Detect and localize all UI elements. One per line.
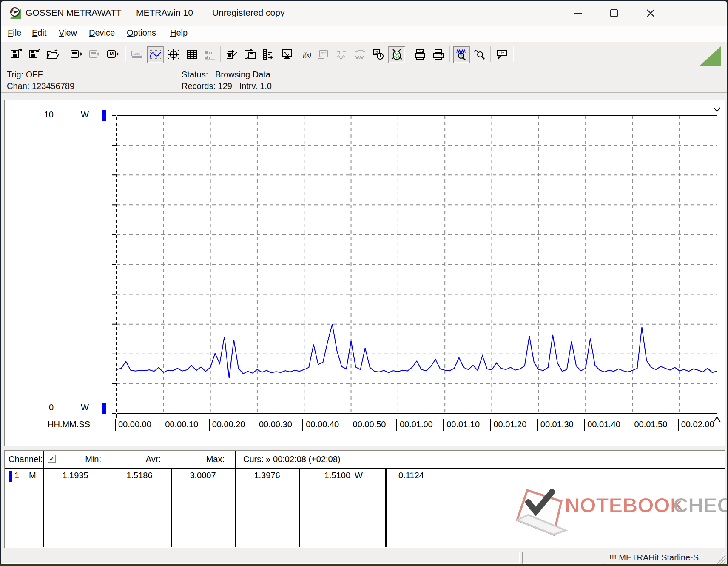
toolbar-separator [513, 46, 514, 62]
menu-device[interactable]: Device [89, 28, 115, 38]
y-min-marker[interactable] [102, 403, 106, 414]
desktop-edge [0, 564, 728, 566]
channel-info: Chan: 123456789 [7, 81, 74, 91]
menu-help[interactable]: Help [170, 28, 188, 38]
open-file-button[interactable] [44, 46, 61, 63]
toolbar-separator [65, 46, 65, 62]
x-tick-bar [631, 419, 631, 431]
table-column-divider [235, 451, 236, 547]
chart-panel[interactable]: 10 W 0 W HH:MM:SS 00:00:0000:00:1000:00:… [4, 100, 725, 446]
maximize-button[interactable] [601, 4, 627, 22]
meter-write-button [86, 46, 103, 63]
formula-button[interactable]: =f(x) [297, 46, 314, 63]
x-axis-labels: HH:MM:SS 00:00:0000:00:1000:00:2000:00:3… [5, 419, 725, 433]
menu-file[interactable]: File [8, 28, 21, 38]
x-tick-bar [350, 419, 350, 431]
device-save-icon [244, 49, 257, 60]
memory-read-button[interactable]: M [105, 46, 122, 63]
brand-title: GOSSEN METRAWATT [26, 8, 122, 18]
minimize-button[interactable] [566, 4, 591, 22]
debug-button[interactable] [388, 46, 405, 63]
channel-color-marker [9, 471, 12, 482]
resize-triangle-icon[interactable] [700, 46, 721, 66]
table-cursor-divider [385, 469, 387, 547]
status-segment-device: !!! METRAHit Starline-S [606, 552, 724, 564]
x-tick-bar [396, 419, 397, 431]
timer-clock-icon: 12 [372, 49, 385, 60]
monitor-icon [281, 49, 293, 60]
status-bar: !!! METRAHit Starline-S [1, 550, 727, 564]
channel-checkbox[interactable]: ✓ [48, 455, 56, 463]
transfer-button[interactable] [224, 46, 241, 63]
channel-list-button[interactable] [260, 46, 277, 63]
save-export-button[interactable] [8, 46, 25, 63]
svg-text:=f(x): =f(x) [299, 51, 311, 58]
bar-graph-icon [204, 49, 216, 60]
y-min-label: 0 [37, 403, 54, 412]
min-value: 1.1935 [48, 471, 103, 480]
monitor-button[interactable] [279, 46, 296, 63]
device-save-button[interactable] [242, 46, 259, 63]
x-tick-label: 00:00:00 [118, 420, 151, 429]
table-column-divider [108, 469, 108, 547]
maximize-icon [609, 8, 620, 19]
svg-text:12: 12 [374, 51, 378, 54]
toolbar-separator [125, 46, 126, 62]
title-bar: GOSSEN METRAWATT METRAwin 10 Unregistere… [1, 1, 727, 26]
zoom-wave-button[interactable] [453, 46, 470, 63]
menu-view[interactable]: View [59, 28, 77, 38]
toolbar-separator [220, 46, 221, 62]
menu-options[interactable]: Options [127, 28, 156, 38]
meter-read-button[interactable] [68, 46, 85, 63]
xy-view-button[interactable] [165, 46, 182, 63]
print-preview-button[interactable] [412, 46, 429, 63]
minimize-icon [573, 8, 584, 19]
close-button[interactable] [638, 4, 663, 22]
transfer-icon [226, 49, 239, 60]
x-tick-label: 00:00:10 [165, 420, 198, 429]
max-value: 3.0007 [175, 471, 230, 480]
zoom-curve-icon [473, 49, 486, 60]
note-button[interactable]: 1/2 [494, 46, 511, 63]
menu-edit[interactable]: Edit [32, 28, 46, 38]
resize-grip[interactable] [714, 553, 726, 564]
table-header-cursor: Curs: » 00:02:08 (+02:08) [243, 455, 340, 464]
y-max-label: 10 [37, 110, 54, 120]
x-tick-label: 00:00:50 [353, 420, 386, 429]
x-tick-label: 00:00:40 [306, 420, 339, 429]
status-segment [3, 552, 520, 564]
wave-sparse-button [333, 46, 350, 63]
x-tick-label: 00:01:10 [446, 420, 480, 429]
print-button[interactable] [430, 46, 447, 63]
save-import-button[interactable] [26, 46, 43, 63]
wave-sparse-icon [336, 49, 348, 60]
table-header-min: Min: [65, 455, 101, 464]
trend-chart-button[interactable] [147, 46, 164, 63]
status-segment [522, 552, 603, 564]
xy-crosshair-icon [167, 49, 180, 60]
x-tick-label: 00:01:00 [400, 420, 433, 429]
printer-icon [432, 49, 445, 60]
meter-panel-button: 321 [315, 46, 332, 63]
app-window: GOSSEN METRAWATT METRAwin 10 Unregistere… [0, 0, 728, 564]
table-header-avr: Avr: [124, 455, 161, 464]
svg-text:M: M [110, 51, 114, 56]
channel-mode: M [29, 471, 36, 480]
cursor1-value: 1.3976 [239, 471, 295, 480]
x-tick-bar [256, 419, 256, 431]
timer-button[interactable]: 12 [370, 46, 387, 63]
records-info: Records: 129 Intrv. 1.0 [182, 81, 272, 91]
license-label: Unregistered copy [212, 8, 284, 18]
trend-chart[interactable] [5, 100, 725, 445]
meter-panel-icon: 321 [317, 49, 330, 60]
x-tick-bar [678, 419, 679, 431]
zoom-curve-button[interactable] [471, 46, 488, 63]
device-name: !!! METRAHit Starline-S [609, 553, 699, 563]
y-max-marker[interactable] [102, 110, 106, 121]
channel-number: 1 [14, 471, 19, 480]
table-view-button[interactable] [183, 46, 200, 63]
x-tick-label: 00:02:00 [681, 420, 714, 429]
wave-dense-icon [354, 49, 367, 60]
table-header-divider [5, 468, 725, 469]
y-min-unit: W [81, 403, 89, 412]
